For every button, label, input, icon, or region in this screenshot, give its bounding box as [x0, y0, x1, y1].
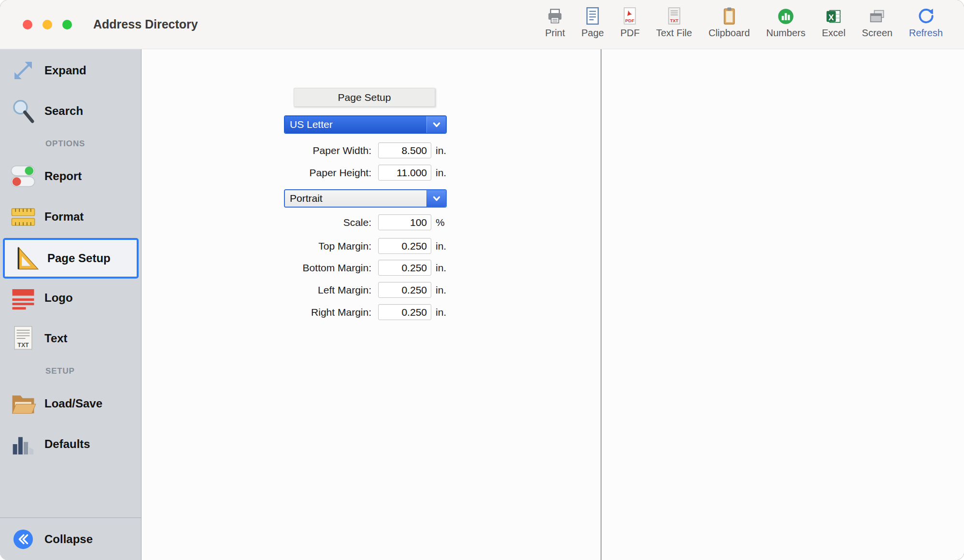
bar-chart-icon [8, 429, 39, 459]
toolbar-label: Numbers [766, 28, 806, 39]
svg-text:PDF: PDF [625, 17, 635, 23]
sidebar-item-label: Search [44, 104, 83, 118]
sidebar-item-load-save[interactable]: Load/Save [0, 383, 141, 424]
window-title: Address Directory [93, 17, 198, 31]
sidebar-item-label: Defaults [44, 437, 90, 451]
expand-icon [8, 56, 39, 85]
zoom-button[interactable] [62, 20, 72, 29]
toolbar-label: Print [545, 28, 565, 39]
set-square-icon [11, 243, 42, 273]
paper-height-row: Paper Height: in. [212, 165, 446, 181]
top-margin-input[interactable] [378, 238, 431, 254]
paper-width-unit: in. [436, 145, 446, 156]
scale-unit: % [436, 217, 445, 228]
page-icon [584, 6, 601, 25]
sidebar-item-label: Report [44, 169, 82, 183]
bottom-margin-input[interactable] [378, 260, 431, 276]
collapse-icon [8, 524, 39, 554]
left-margin-unit: in. [436, 284, 446, 296]
toolbar-label: PDF [620, 28, 639, 39]
pdf-icon: PDF [622, 6, 638, 25]
svg-text:TXT: TXT [17, 342, 29, 349]
screen-button[interactable]: Screen [862, 6, 893, 39]
sidebar-item-search[interactable]: Search [0, 91, 141, 131]
left-margin-label: Left Margin: [212, 284, 371, 296]
paper-width-label: Paper Width: [212, 145, 371, 156]
sidebar-item-label: Text [44, 332, 68, 345]
paper-size-value: US Letter [285, 116, 426, 133]
titlebar: Address Directory Print Page PDF PDF [0, 0, 964, 49]
right-margin-label: Right Margin: [212, 307, 371, 318]
paper-height-unit: in. [436, 167, 446, 179]
sidebar-item-format[interactable]: Format [0, 196, 141, 237]
sidebar-collapse-button[interactable]: Collapse [0, 518, 141, 560]
clipboard-icon [721, 6, 737, 25]
paper-height-input[interactable] [378, 165, 431, 181]
paper-height-label: Paper Height: [212, 167, 371, 179]
clipboard-button[interactable]: Clipboard [709, 6, 750, 39]
paper-size-select[interactable]: US Letter [284, 115, 447, 134]
toggles-icon [8, 161, 39, 191]
sidebar-section-setup: SETUP [0, 364, 141, 378]
sidebar: Expand Search OPTIONS Report Format [0, 49, 142, 560]
svg-text:X: X [828, 13, 834, 22]
sidebar-item-label: Expand [44, 64, 86, 77]
chevron-down-icon [426, 116, 446, 133]
top-margin-row: Top Margin: in. [212, 238, 446, 254]
page-button[interactable]: Page [581, 6, 604, 39]
right-margin-unit: in. [436, 307, 446, 318]
printer-icon [546, 6, 564, 25]
print-button[interactable]: Print [545, 6, 565, 39]
sidebar-item-defaults[interactable]: Defaults [0, 424, 141, 464]
excel-icon: X [825, 6, 842, 25]
scale-input[interactable] [378, 214, 431, 230]
left-margin-input[interactable] [378, 282, 431, 298]
app-window: Address Directory Print Page PDF PDF [0, 0, 964, 560]
sidebar-divider [0, 518, 141, 518]
close-button[interactable] [23, 20, 32, 29]
chevron-down-icon [426, 190, 446, 207]
refresh-icon [917, 6, 935, 25]
right-margin-input[interactable] [378, 304, 431, 320]
scale-label: Scale: [212, 217, 371, 228]
numbers-button[interactable]: Numbers [766, 6, 806, 39]
sidebar-item-page-setup[interactable]: Page Setup [3, 238, 139, 279]
numbers-icon [777, 6, 794, 25]
pdf-button[interactable]: PDF PDF [620, 6, 639, 39]
text-file-button[interactable]: TXT Text File [656, 6, 692, 39]
sidebar-item-logo[interactable]: Logo [0, 278, 141, 318]
paper-width-input[interactable] [378, 142, 431, 158]
text-file-icon: TXT [666, 6, 682, 25]
bottom-margin-unit: in. [436, 262, 446, 274]
sidebar-item-label: Load/Save [44, 397, 102, 410]
orientation-select[interactable]: Portrait [284, 189, 447, 208]
ruler-icon [8, 202, 39, 232]
toolbar-label: Refresh [909, 28, 943, 39]
search-icon [8, 96, 39, 126]
page-setup-header-button[interactable]: Page Setup [294, 88, 435, 107]
paper-width-row: Paper Width: in. [212, 142, 446, 158]
svg-text:TXT: TXT [670, 18, 678, 23]
scale-row: Scale: % [212, 214, 445, 230]
window-body: Expand Search OPTIONS Report Format [0, 49, 964, 560]
refresh-button[interactable]: Refresh [909, 6, 943, 39]
toolbar: Print Page PDF PDF TXT Text File [545, 6, 964, 43]
main-content: Page Setup US Letter Paper Width: in. Pa… [142, 49, 964, 560]
sidebar-item-label: Logo [44, 291, 73, 305]
toolbar-label: Text File [656, 28, 692, 39]
sidebar-item-report[interactable]: Report [0, 156, 141, 196]
screen-icon [868, 6, 886, 25]
excel-button[interactable]: X Excel [822, 6, 846, 39]
sidebar-item-text[interactable]: TXT Text [0, 318, 141, 359]
toolbar-label: Screen [862, 28, 893, 39]
sidebar-section-options: OPTIONS [0, 137, 141, 151]
folder-icon [8, 389, 39, 419]
txt-file-icon: TXT [8, 323, 39, 353]
top-margin-label: Top Margin: [212, 240, 371, 252]
toolbar-label: Page [581, 28, 604, 39]
content-divider [601, 49, 601, 560]
top-margin-unit: in. [436, 240, 446, 252]
minimize-button[interactable] [43, 20, 52, 29]
bottom-margin-label: Bottom Margin: [212, 262, 371, 274]
sidebar-item-expand[interactable]: Expand [0, 50, 141, 91]
